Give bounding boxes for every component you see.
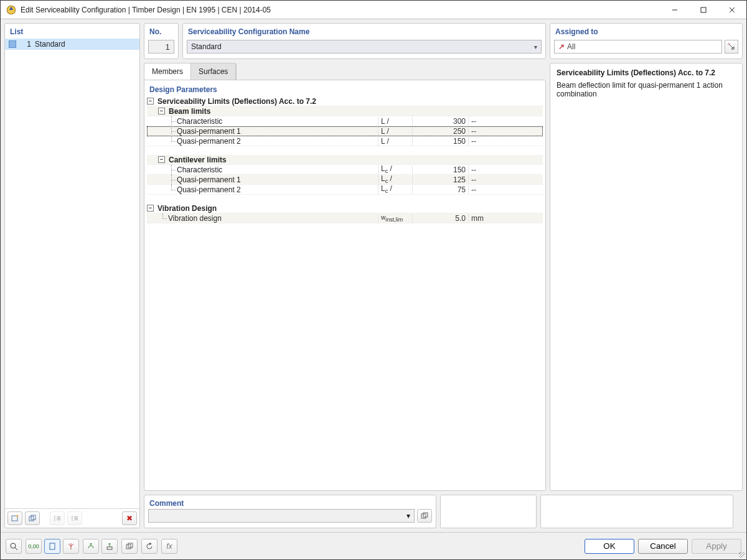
function-button[interactable]: fx: [161, 539, 177, 554]
apply-button: Apply: [692, 539, 741, 554]
window-title: Edit Serviceability Configuration | Timb…: [21, 6, 660, 14]
name-label: Serviceability Configuration Name: [183, 24, 545, 37]
export-button[interactable]: [101, 539, 118, 554]
delete-item-button[interactable]: ✖: [122, 511, 137, 525]
cancel-button[interactable]: Cancel: [638, 539, 688, 554]
chevron-down-icon: ▾: [534, 44, 537, 50]
info-title: Serviceability Limits (Deflections) Acc.…: [557, 68, 736, 77]
group-beam-limits[interactable]: − Beam limits: [147, 106, 543, 116]
reset-button[interactable]: [141, 539, 157, 554]
tab-members[interactable]: Members: [144, 63, 191, 80]
assigned-input[interactable]: ↗ All: [554, 40, 722, 54]
svg-rect-8: [50, 543, 55, 549]
name-value: Standard: [191, 42, 222, 51]
svg-point-7: [11, 543, 16, 548]
maximize-button[interactable]: [689, 1, 718, 19]
number-card: No.: [144, 23, 179, 59]
collapse-icon[interactable]: −: [147, 205, 154, 212]
group-vibration-design[interactable]: − Vibration Design: [147, 203, 543, 213]
view-mode-2-button[interactable]: [63, 539, 79, 554]
assigned-pick-button[interactable]: [725, 40, 738, 54]
number-label: No.: [144, 24, 178, 37]
expand-button[interactable]: ⁝≡: [67, 511, 82, 525]
group-serviceability-limits[interactable]: − Serviceability Limits (Deflections) Ac…: [147, 96, 543, 106]
import-button[interactable]: [83, 539, 99, 554]
new-item-button[interactable]: [7, 511, 22, 525]
tabs: Members Surfaces: [144, 63, 237, 80]
assigned-value: All: [567, 42, 575, 51]
row-vibration-design[interactable]: Vibration design winst,lim 5.0 mm: [147, 213, 543, 223]
list-item-number: 1: [20, 40, 31, 49]
minimize-button[interactable]: [660, 1, 689, 19]
view-mode-1-button[interactable]: [44, 539, 60, 554]
assigned-label: Assigned to: [550, 24, 742, 37]
copy-item-button[interactable]: [25, 511, 40, 525]
assign-wand-icon: ↗: [558, 42, 565, 51]
list-item[interactable]: 1 Standard: [5, 39, 139, 50]
tab-surfaces[interactable]: Surfaces: [191, 63, 236, 80]
row-beam-characteristic[interactable]: Characteristic L / 300 --: [147, 116, 543, 126]
units-button[interactable]: 0,00: [26, 539, 42, 554]
collapse-icon[interactable]: −: [147, 98, 154, 105]
svg-rect-1: [701, 7, 706, 12]
parameters-title: Design Parameters: [144, 80, 545, 96]
titlebar: Edit Serviceability Configuration | Timb…: [1, 1, 746, 19]
parameters-tree: − Serviceability Limits (Deflections) Ac…: [144, 96, 545, 228]
collapse-button[interactable]: ⁝≡: [50, 511, 65, 525]
number-input[interactable]: [148, 40, 174, 54]
list-toolbar: ⁝≡ ⁝≡ ✖: [5, 508, 139, 528]
chevron-down-icon: ▾: [406, 511, 410, 520]
search-icon-button[interactable]: [6, 539, 22, 554]
collapse-icon[interactable]: −: [158, 156, 165, 163]
assigned-card: Assigned to ↗ All: [550, 23, 743, 59]
copy-all-button[interactable]: [121, 539, 138, 554]
resize-grip-icon[interactable]: [739, 552, 745, 558]
list-title: List: [5, 24, 139, 39]
row-beam-quasi-permanent-2[interactable]: Quasi-permanent 2 L / 150 --: [147, 136, 543, 146]
collapse-icon[interactable]: −: [158, 108, 165, 114]
row-cant-quasi-permanent-2[interactable]: Quasi-permanent 2 Lc / 75 --: [147, 185, 543, 195]
close-button[interactable]: [718, 1, 746, 19]
svg-rect-2: [12, 516, 17, 521]
ok-button[interactable]: OK: [585, 539, 634, 554]
comment-card: Comment ▾: [144, 495, 436, 528]
comment-input[interactable]: ▾: [148, 509, 415, 523]
list-panel: List 1 Standard ⁝≡ ⁝≡ ✖: [4, 23, 140, 528]
info-panel: Serviceability Limits (Deflections) Acc.…: [550, 63, 743, 491]
list-item-name: Standard: [35, 40, 65, 49]
group-cantilever-limits[interactable]: − Cantilever limits: [147, 155, 543, 165]
info-body: Beam deflection limit for quasi-permanen…: [557, 81, 736, 98]
name-card: Serviceability Configuration Name Standa…: [182, 23, 546, 59]
row-cant-quasi-permanent-1[interactable]: Quasi-permanent 1 Lc / 125 --: [147, 175, 543, 185]
list-color-swatch: [9, 40, 16, 48]
row-cant-characteristic[interactable]: Characteristic Lc / 150 --: [147, 165, 543, 175]
preview-stub: [440, 495, 537, 528]
info-stub: [540, 495, 733, 528]
parameters-panel: Design Parameters − Serviceability Limit…: [144, 80, 546, 491]
comment-label: Comment: [148, 498, 432, 509]
app-icon: [6, 4, 17, 16]
svg-rect-9: [107, 547, 112, 549]
footer-bar: 0,00 fx OK Cancel Apply: [1, 532, 746, 559]
comment-library-button[interactable]: [417, 509, 432, 523]
name-select[interactable]: Standard ▾: [187, 40, 542, 54]
row-beam-quasi-permanent-1[interactable]: Quasi-permanent 1 L / 250 --: [147, 126, 543, 136]
